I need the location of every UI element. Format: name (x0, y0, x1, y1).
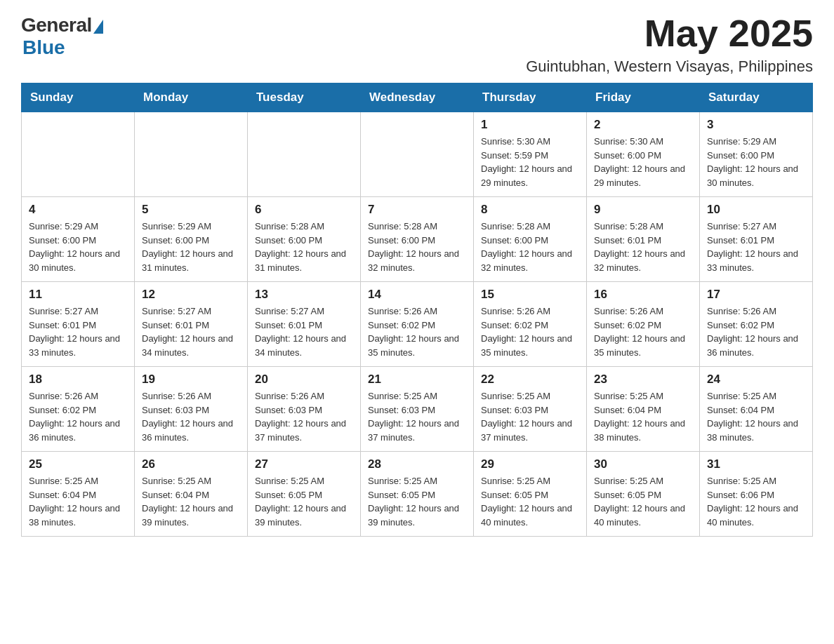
day-info: Sunrise: 5:28 AM Sunset: 6:00 PM Dayligh… (368, 220, 466, 274)
day-number: 5 (142, 203, 240, 217)
day-number: 30 (594, 457, 692, 471)
day-number: 22 (481, 373, 579, 387)
day-number: 29 (481, 457, 579, 471)
day-number: 26 (142, 457, 240, 471)
calendar-cell-3-1: 11Sunrise: 5:27 AM Sunset: 6:01 PM Dayli… (22, 282, 135, 367)
week-row-3: 11Sunrise: 5:27 AM Sunset: 6:01 PM Dayli… (22, 282, 813, 367)
day-info: Sunrise: 5:25 AM Sunset: 6:04 PM Dayligh… (29, 474, 127, 529)
day-info: Sunrise: 5:27 AM Sunset: 6:01 PM Dayligh… (255, 304, 353, 359)
location-title: Guintubhan, Western Visayas, Philippines (526, 58, 813, 76)
day-number: 13 (255, 288, 353, 302)
calendar-cell-3-3: 13Sunrise: 5:27 AM Sunset: 6:01 PM Dayli… (248, 282, 361, 367)
day-info: Sunrise: 5:29 AM Sunset: 6:00 PM Dayligh… (707, 135, 805, 189)
calendar-cell-5-3: 27Sunrise: 5:25 AM Sunset: 6:05 PM Dayli… (248, 452, 361, 537)
calendar-cell-3-7: 17Sunrise: 5:26 AM Sunset: 6:02 PM Dayli… (700, 282, 813, 367)
day-info: Sunrise: 5:25 AM Sunset: 6:05 PM Dayligh… (481, 474, 579, 529)
day-info: Sunrise: 5:28 AM Sunset: 6:00 PM Dayligh… (481, 220, 579, 274)
day-number: 11 (29, 288, 127, 302)
day-number: 19 (142, 373, 240, 387)
calendar-cell-5-4: 28Sunrise: 5:25 AM Sunset: 6:05 PM Dayli… (361, 452, 474, 537)
calendar-cell-4-2: 19Sunrise: 5:26 AM Sunset: 6:03 PM Dayli… (135, 367, 248, 452)
calendar-cell-3-2: 12Sunrise: 5:27 AM Sunset: 6:01 PM Dayli… (135, 282, 248, 367)
day-info: Sunrise: 5:25 AM Sunset: 6:04 PM Dayligh… (707, 389, 805, 444)
day-number: 6 (255, 203, 353, 217)
day-info: Sunrise: 5:29 AM Sunset: 6:00 PM Dayligh… (142, 220, 240, 274)
calendar-cell-2-1: 4Sunrise: 5:29 AM Sunset: 6:00 PM Daylig… (22, 197, 135, 282)
day-number: 12 (142, 288, 240, 302)
calendar-cell-4-3: 20Sunrise: 5:26 AM Sunset: 6:03 PM Dayli… (248, 367, 361, 452)
day-info: Sunrise: 5:27 AM Sunset: 6:01 PM Dayligh… (707, 220, 805, 274)
day-number: 3 (707, 118, 805, 132)
day-number: 1 (481, 118, 579, 132)
calendar-cell-1-2 (135, 112, 248, 197)
calendar-cell-4-5: 22Sunrise: 5:25 AM Sunset: 6:03 PM Dayli… (474, 367, 587, 452)
calendar-cell-3-6: 16Sunrise: 5:26 AM Sunset: 6:02 PM Dayli… (587, 282, 700, 367)
day-info: Sunrise: 5:25 AM Sunset: 6:03 PM Dayligh… (368, 389, 466, 444)
day-number: 2 (594, 118, 692, 132)
calendar-cell-1-4 (361, 112, 474, 197)
page-header: General Blue May 2025 Guintubhan, Wester… (21, 14, 813, 76)
day-info: Sunrise: 5:26 AM Sunset: 6:02 PM Dayligh… (481, 304, 579, 359)
day-info: Sunrise: 5:25 AM Sunset: 6:05 PM Dayligh… (594, 474, 692, 529)
day-number: 4 (29, 203, 127, 217)
day-info: Sunrise: 5:30 AM Sunset: 6:00 PM Dayligh… (594, 135, 692, 189)
calendar-cell-4-6: 23Sunrise: 5:25 AM Sunset: 6:04 PM Dayli… (587, 367, 700, 452)
day-number: 15 (481, 288, 579, 302)
calendar-table: Sunday Monday Tuesday Wednesday Thursday… (21, 83, 813, 537)
calendar-cell-4-7: 24Sunrise: 5:25 AM Sunset: 6:04 PM Dayli… (700, 367, 813, 452)
header-monday: Monday (135, 83, 248, 112)
day-info: Sunrise: 5:28 AM Sunset: 6:00 PM Dayligh… (255, 220, 353, 274)
header-thursday: Thursday (474, 83, 587, 112)
week-row-2: 4Sunrise: 5:29 AM Sunset: 6:00 PM Daylig… (22, 197, 813, 282)
calendar-header-row: Sunday Monday Tuesday Wednesday Thursday… (22, 83, 813, 112)
day-info: Sunrise: 5:26 AM Sunset: 6:02 PM Dayligh… (594, 304, 692, 359)
day-info: Sunrise: 5:28 AM Sunset: 6:01 PM Dayligh… (594, 220, 692, 274)
day-info: Sunrise: 5:27 AM Sunset: 6:01 PM Dayligh… (29, 304, 127, 359)
week-row-4: 18Sunrise: 5:26 AM Sunset: 6:02 PM Dayli… (22, 367, 813, 452)
calendar-cell-4-4: 21Sunrise: 5:25 AM Sunset: 6:03 PM Dayli… (361, 367, 474, 452)
day-number: 9 (594, 203, 692, 217)
week-row-1: 1Sunrise: 5:30 AM Sunset: 5:59 PM Daylig… (22, 112, 813, 197)
day-info: Sunrise: 5:26 AM Sunset: 6:02 PM Dayligh… (707, 304, 805, 359)
calendar-cell-2-4: 7Sunrise: 5:28 AM Sunset: 6:00 PM Daylig… (361, 197, 474, 282)
calendar-cell-5-6: 30Sunrise: 5:25 AM Sunset: 6:05 PM Dayli… (587, 452, 700, 537)
day-info: Sunrise: 5:25 AM Sunset: 6:04 PM Dayligh… (594, 389, 692, 444)
day-number: 7 (368, 203, 466, 217)
calendar-cell-1-7: 3Sunrise: 5:29 AM Sunset: 6:00 PM Daylig… (700, 112, 813, 197)
day-info: Sunrise: 5:29 AM Sunset: 6:00 PM Dayligh… (29, 220, 127, 274)
day-info: Sunrise: 5:25 AM Sunset: 6:05 PM Dayligh… (255, 474, 353, 529)
calendar-cell-1-6: 2Sunrise: 5:30 AM Sunset: 6:00 PM Daylig… (587, 112, 700, 197)
day-number: 25 (29, 457, 127, 471)
day-info: Sunrise: 5:30 AM Sunset: 5:59 PM Dayligh… (481, 135, 579, 189)
day-number: 18 (29, 373, 127, 387)
logo-general-text: General (21, 14, 92, 36)
header-friday: Friday (587, 83, 700, 112)
calendar-cell-2-3: 6Sunrise: 5:28 AM Sunset: 6:00 PM Daylig… (248, 197, 361, 282)
logo: General Blue (21, 14, 103, 59)
day-number: 20 (255, 373, 353, 387)
title-block: May 2025 Guintubhan, Western Visayas, Ph… (526, 14, 813, 76)
day-info: Sunrise: 5:25 AM Sunset: 6:05 PM Dayligh… (368, 474, 466, 529)
day-number: 27 (255, 457, 353, 471)
day-info: Sunrise: 5:26 AM Sunset: 6:02 PM Dayligh… (368, 304, 466, 359)
logo-blue-text: Blue (22, 36, 65, 59)
calendar-cell-3-4: 14Sunrise: 5:26 AM Sunset: 6:02 PM Dayli… (361, 282, 474, 367)
day-info: Sunrise: 5:25 AM Sunset: 6:04 PM Dayligh… (142, 474, 240, 529)
day-number: 28 (368, 457, 466, 471)
day-info: Sunrise: 5:27 AM Sunset: 6:01 PM Dayligh… (142, 304, 240, 359)
day-number: 21 (368, 373, 466, 387)
day-info: Sunrise: 5:26 AM Sunset: 6:03 PM Dayligh… (142, 389, 240, 444)
day-number: 24 (707, 373, 805, 387)
day-number: 31 (707, 457, 805, 471)
calendar-cell-1-1 (22, 112, 135, 197)
logo-triangle-icon (93, 20, 103, 34)
day-info: Sunrise: 5:26 AM Sunset: 6:02 PM Dayligh… (29, 389, 127, 444)
calendar-cell-2-5: 8Sunrise: 5:28 AM Sunset: 6:00 PM Daylig… (474, 197, 587, 282)
calendar-cell-2-7: 10Sunrise: 5:27 AM Sunset: 6:01 PM Dayli… (700, 197, 813, 282)
day-number: 17 (707, 288, 805, 302)
header-wednesday: Wednesday (361, 83, 474, 112)
day-info: Sunrise: 5:25 AM Sunset: 6:06 PM Dayligh… (707, 474, 805, 529)
day-number: 8 (481, 203, 579, 217)
calendar-cell-1-5: 1Sunrise: 5:30 AM Sunset: 5:59 PM Daylig… (474, 112, 587, 197)
day-number: 16 (594, 288, 692, 302)
